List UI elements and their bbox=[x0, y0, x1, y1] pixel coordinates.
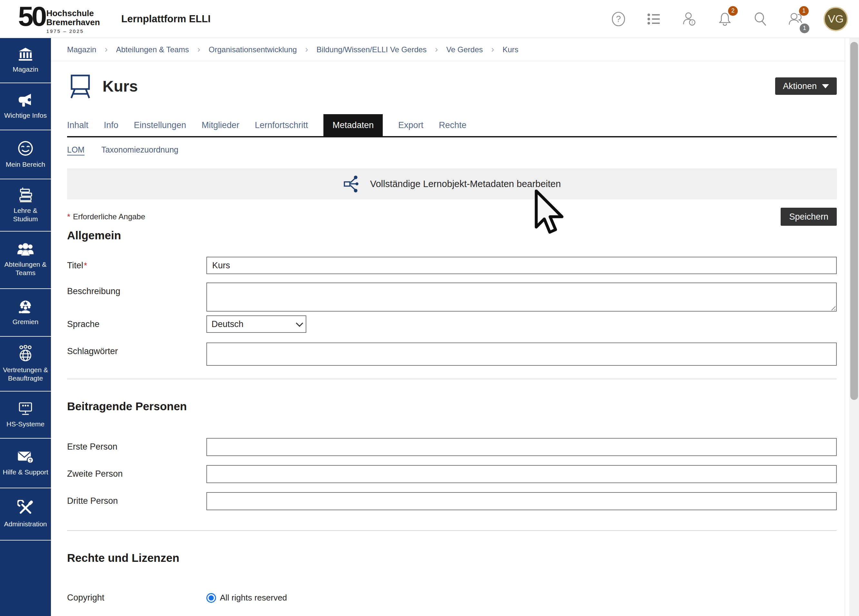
svg-text:!: ! bbox=[691, 20, 693, 25]
tab-mitglieder[interactable]: Mitglieder bbox=[201, 114, 239, 136]
todo-list-icon[interactable] bbox=[646, 11, 662, 27]
sidebar-item-label: Administration bbox=[4, 520, 47, 528]
titel-label-text: Titel bbox=[67, 261, 83, 270]
main-content: Magazin › Abteilungen & Teams › Organisa… bbox=[51, 38, 845, 616]
app-title: Lernplattform ELLI bbox=[121, 13, 211, 25]
breadcrumb-separator-icon: › bbox=[197, 44, 200, 55]
sprache-selected-value: Deutsch bbox=[211, 319, 296, 329]
tab-lernfortschritt[interactable]: Lernfortschritt bbox=[255, 114, 308, 136]
sidebar-item-label: HS-Systeme bbox=[6, 420, 44, 428]
sidebar-item-label: Vertretungen & Beauftragte bbox=[1, 366, 50, 383]
sidebar-item-vertretungen-beauftragte[interactable]: Vertretungen & Beauftragte bbox=[0, 337, 51, 391]
logo-50: 50 bbox=[18, 4, 45, 29]
required-asterisk: * bbox=[84, 261, 87, 270]
bank-icon bbox=[18, 47, 33, 61]
tab-rechte[interactable]: Rechte bbox=[439, 114, 467, 136]
breadcrumb-link[interactable]: Magazin bbox=[67, 45, 97, 54]
scrollbar-track[interactable] bbox=[849, 38, 859, 616]
monitor-icon bbox=[17, 401, 34, 416]
dritte-person-label: Dritte Person bbox=[67, 492, 206, 506]
notifications-bell-icon[interactable]: 2 bbox=[717, 11, 732, 27]
sidebar-item-label: Lehre & Studium bbox=[1, 206, 50, 224]
tab-metadaten[interactable]: Metadaten bbox=[323, 114, 383, 136]
erste-person-input[interactable] bbox=[206, 438, 837, 456]
sidebar-item-administration[interactable]: Administration bbox=[0, 488, 51, 541]
erste-person-label: Erste Person bbox=[67, 438, 206, 452]
radio-dot bbox=[209, 596, 214, 600]
schlagwoerter-label: Schlagwörter bbox=[67, 342, 206, 356]
chevron-down-icon bbox=[296, 320, 303, 327]
sidebar-item-label: Wichtige Infos bbox=[4, 111, 47, 120]
zweite-person-label: Zweite Person bbox=[67, 465, 206, 479]
breadcrumb-link[interactable]: Bildung/Wissen/ELLI Ve Gerdes bbox=[317, 45, 427, 54]
tab-bar: Inhalt Info Einstellungen Mitglieder Ler… bbox=[67, 114, 837, 138]
zweite-person-input[interactable] bbox=[206, 465, 837, 483]
section-divider bbox=[67, 530, 837, 531]
tab-export[interactable]: Export bbox=[398, 114, 423, 136]
titel-label: Titel* bbox=[67, 257, 206, 270]
tab-inhalt[interactable]: Inhalt bbox=[67, 114, 88, 136]
sprache-label: Sprache bbox=[67, 316, 206, 329]
svg-text:?: ? bbox=[616, 14, 621, 24]
sidebar-item-magazin[interactable]: Magazin bbox=[0, 38, 51, 83]
sprache-select[interactable]: Deutsch bbox=[206, 316, 306, 333]
scrollbar-thumb[interactable] bbox=[850, 42, 858, 400]
breadcrumb-link[interactable]: Abteilungen & Teams bbox=[116, 45, 189, 54]
subtab-taxonomiezuordnung[interactable]: Taxonomiezuordnung bbox=[101, 145, 178, 155]
save-button[interactable]: Speichern bbox=[781, 208, 837, 226]
required-asterisk: * bbox=[67, 212, 70, 222]
contacts-icon[interactable]: 1 1 bbox=[788, 11, 804, 27]
subtab-lom[interactable]: LOM bbox=[67, 145, 84, 155]
copyright-radio[interactable] bbox=[206, 593, 216, 603]
beschreibung-label: Beschreibung bbox=[67, 283, 206, 296]
search-icon[interactable] bbox=[753, 11, 768, 27]
subtab-bar: LOM Taxonomiezuordnung bbox=[67, 143, 837, 156]
copyright-radio-label: All rights reserved bbox=[220, 593, 287, 603]
help-icon[interactable]: ? bbox=[611, 11, 626, 27]
actions-button[interactable]: Aktionen bbox=[775, 77, 837, 95]
breadcrumb-separator-icon: › bbox=[105, 44, 108, 55]
avatar[interactable]: VG bbox=[823, 7, 848, 31]
edit-full-metadata-banner[interactable]: Vollständige Lernobjekt-Metadaten bearbe… bbox=[67, 168, 837, 199]
breadcrumb-separator-icon: › bbox=[491, 44, 494, 55]
breadcrumb-link[interactable]: Ve Gerdes bbox=[446, 45, 483, 54]
edit-full-metadata-label: Vollständige Lernobjekt-Metadaten bearbe… bbox=[370, 179, 561, 189]
sidebar-item-abteilungen-teams[interactable]: Abteilungen & Teams bbox=[0, 231, 51, 289]
breadcrumb-separator-icon: › bbox=[435, 44, 438, 55]
breadcrumb-link[interactable]: Kurs bbox=[503, 45, 519, 54]
sidebar-item-mein-bereich[interactable]: Mein Bereich bbox=[0, 130, 51, 179]
books-icon bbox=[17, 187, 34, 203]
tab-einstellungen[interactable]: Einstellungen bbox=[134, 114, 186, 136]
university-logo: 50 Hochschule Bremerhaven 1975 – 2025 bbox=[18, 4, 100, 34]
tab-info[interactable]: Info bbox=[104, 114, 118, 136]
actions-button-label: Aktionen bbox=[783, 81, 817, 91]
online-status-icon[interactable]: ! bbox=[682, 11, 697, 27]
assembly-icon bbox=[17, 299, 34, 314]
schlagwoerter-input[interactable] bbox=[206, 342, 837, 366]
sidebar-item-gremien[interactable]: Gremien bbox=[0, 289, 51, 337]
sidebar-item-hs-systeme[interactable]: HS-Systeme bbox=[0, 391, 51, 439]
beschreibung-textarea[interactable] bbox=[206, 283, 837, 311]
logo-name-line2: Bremerhaven bbox=[47, 18, 100, 27]
page: 50 Hochschule Bremerhaven 1975 – 2025 Le… bbox=[0, 0, 859, 616]
metadata-tree-icon bbox=[343, 175, 361, 193]
sidebar-item-wichtige-infos[interactable]: Wichtige Infos bbox=[0, 83, 51, 130]
contacts-badge-count: 1 bbox=[800, 23, 809, 33]
copyright-label: Copyright bbox=[67, 593, 206, 603]
breadcrumb-link[interactable]: Organisationsentwicklung bbox=[209, 45, 297, 54]
bell-badge: 2 bbox=[728, 6, 738, 16]
sidebar-item-label: Abteilungen & Teams bbox=[1, 260, 50, 277]
sidebar-item-lehre-studium[interactable]: Lehre & Studium bbox=[0, 179, 51, 231]
sidebar-item-label: Hilfe & Support bbox=[3, 468, 48, 476]
contacts-badge-new: 1 bbox=[799, 6, 809, 16]
section-heading-beitragende-personen: Beitragende Personen bbox=[67, 400, 837, 413]
sidebar-item-hilfe-support[interactable]: ? Hilfe & Support bbox=[0, 439, 51, 488]
titel-input[interactable] bbox=[206, 257, 837, 274]
section-heading-allgemein: Allgemein bbox=[67, 229, 837, 242]
megaphone-icon bbox=[17, 93, 34, 107]
tools-icon bbox=[17, 500, 34, 516]
breadcrumb-separator-icon: › bbox=[305, 44, 308, 55]
page-title: Kurs bbox=[103, 77, 138, 95]
dritte-person-input[interactable] bbox=[206, 492, 837, 510]
required-hint: Erforderliche Angabe bbox=[73, 212, 145, 221]
